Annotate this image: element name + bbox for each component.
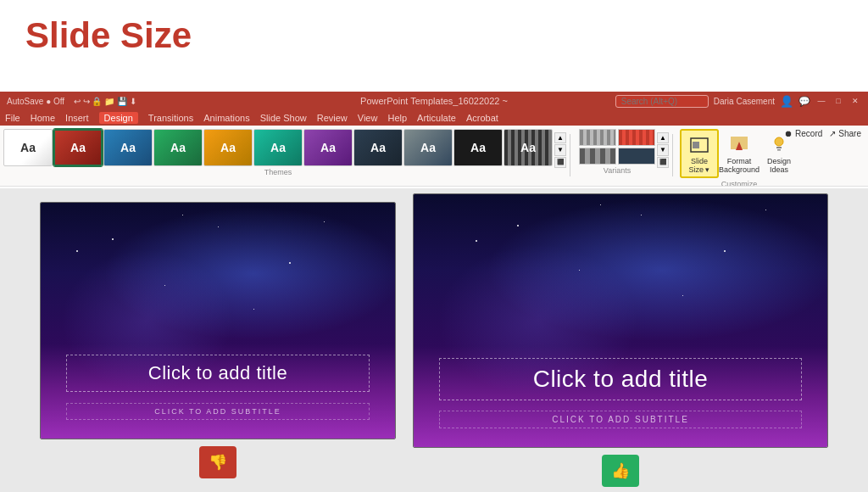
right-slide-subtitle-box[interactable]: CLICK TO ADD SUBTITLE [439,411,802,428]
variant-2[interactable] [618,129,655,146]
menu-slideshow[interactable]: Slide Show [260,113,307,123]
title-bar-left: AutoSave ● Off ↩ ↪ 🔒 📁 💾 ⬇ [7,97,136,106]
dislike-icon: 👎 [209,453,227,472]
variant-scroll-up[interactable]: ▲ [657,132,669,143]
customize-label: Customize [721,180,758,187]
minimize-button[interactable]: — [815,95,827,107]
format-background-button[interactable]: FormatBackground [720,129,759,178]
right-slide-panel: Click to add title CLICK TO ADD SUBTITLE… [413,193,828,487]
theme-black[interactable]: Aa [453,129,503,166]
close-button[interactable]: ✕ [849,95,861,107]
left-slide-subtitle-box[interactable]: CLICK TO ADD SUBTITLE [66,403,370,420]
user-avatar: 👤 [780,95,793,108]
right-slide-frame[interactable]: Click to add title CLICK TO ADD SUBTITLE [413,193,828,448]
menu-insert[interactable]: Insert [65,113,89,123]
variants-row-2 [579,148,655,165]
dislike-button[interactable]: 👎 [199,446,236,478]
menu-view[interactable]: View [358,113,378,123]
slide-size-button[interactable]: SlideSize ▾ [680,129,719,178]
share-button[interactable]: ↗ Share [829,129,861,138]
scroll-up-button[interactable]: ▲ [554,132,566,143]
theme-blue[interactable]: Aa [103,129,153,166]
right-slide-bg [414,194,827,447]
menu-articulate[interactable]: Articulate [417,113,456,123]
menu-file[interactable]: File [5,113,20,123]
variant-1[interactable] [579,129,616,146]
left-slide-frame[interactable]: Click to add title CLICK TO ADD SUBTITLE [40,202,396,439]
svg-rect-5 [777,149,781,151]
menu-help[interactable]: Help [387,113,407,123]
slide-size-label: SlideSize ▾ [688,158,709,175]
variant-scroll-down[interactable]: ▼ [657,144,669,155]
autosave-label: AutoSave ● Off [7,97,64,106]
menu-acrobat[interactable]: Acrobat [466,113,498,123]
slide-size-icon [687,134,711,156]
page-title: Slide Size [25,15,192,56]
title-bar: AutoSave ● Off ↩ ↪ 🔒 📁 💾 ⬇ PowerPoint Te… [0,92,868,110]
like-button[interactable]: 👍 [602,455,639,487]
menu-design[interactable]: Design [99,112,138,124]
variants-items [579,129,655,165]
right-slide-title: Click to add title [448,366,793,393]
right-stars [414,194,827,447]
customize-group: SlideSize ▾ FormatBackground [680,127,798,185]
record-button[interactable]: ⏺ Record [784,129,822,138]
svg-point-3 [775,137,783,146]
menu-transitions[interactable]: Transitions [148,113,193,123]
themes-label: Themes [264,168,292,176]
menu-animations[interactable]: Animations [203,113,249,123]
variants-group: Variants [579,127,655,185]
menu-home[interactable]: Home [31,113,55,123]
variants-label: Variants [604,166,631,175]
theme-default[interactable]: Aa [3,129,53,166]
theme-purple[interactable]: Aa [303,129,353,166]
left-slide-title: Click to add title [75,362,360,384]
format-bg-label: FormatBackground [719,158,760,175]
theme-dark[interactable]: Aa [353,129,403,166]
user-name: Daria Casement [714,97,775,106]
theme-stripe[interactable]: Aa [504,129,553,166]
title-bar-filename: PowerPoint Templates_16022022 ~ [360,96,508,106]
variant-3[interactable] [579,148,616,165]
variants-scroll-arrows: ▲ ▼ ⬛ [657,127,669,168]
share-label: Share [838,129,861,138]
format-bg-icon [727,132,751,156]
like-icon: 👍 [611,461,630,480]
ribbon-divider-2 [672,134,673,176]
themes-items: Aa Aa Aa Aa Aa Aa Aa Aa Aa Aa Aa [3,129,553,166]
title-bar-right: Daria Casement 👤 💬 — □ ✕ [615,95,861,108]
ribbon-divider-1 [570,134,570,176]
left-slide-subtitle: CLICK TO ADD SUBTITLE [74,407,362,416]
theme-gray[interactable]: Aa [403,129,453,166]
main-content: Click to add title CLICK TO ADD SUBTITLE… [0,188,868,492]
variants-grid [579,129,655,165]
record-icon: ⏺ [784,129,793,138]
ribbon-tabs: Aa Aa Aa Aa Aa Aa Aa Aa Aa Aa Aa Themes … [0,126,868,187]
comments-icon[interactable]: 💬 [798,96,810,107]
theme-scroll-arrows: ▲ ▼ ⬛ [554,127,566,168]
right-slide-title-box[interactable]: Click to add title [439,358,802,400]
scroll-down-button[interactable]: ▼ [554,144,566,155]
design-ideas-label: DesignIdeas [767,158,791,175]
theme-yellow[interactable]: Aa [203,129,253,166]
scroll-more-button[interactable]: ⬛ [554,157,566,168]
search-input[interactable] [615,95,709,108]
svg-rect-1 [693,142,699,148]
menu-review[interactable]: Review [317,113,348,123]
left-slide-title-box[interactable]: Click to add title [66,355,370,392]
record-share-area: ⏺ Record ↗ Share [784,129,861,138]
record-label: Record [795,129,822,138]
customize-buttons: SlideSize ▾ FormatBackground [680,129,798,178]
left-slide-panel: Click to add title CLICK TO ADD SUBTITLE… [40,202,396,478]
right-slide-subtitle: CLICK TO ADD SUBTITLE [447,415,794,424]
variant-4[interactable] [618,148,655,165]
share-icon: ↗ [829,129,836,138]
theme-rust[interactable]: Aa [53,129,103,166]
theme-green[interactable]: Aa [153,129,203,166]
themes-group: Aa Aa Aa Aa Aa Aa Aa Aa Aa Aa Aa Themes [3,127,553,185]
restore-button[interactable]: □ [832,95,844,107]
variant-scroll-more[interactable]: ⬛ [657,157,669,168]
theme-teal[interactable]: Aa [253,129,303,166]
svg-rect-4 [776,147,782,148]
menu-bar: File Home Insert Design Transitions Anim… [0,110,868,126]
